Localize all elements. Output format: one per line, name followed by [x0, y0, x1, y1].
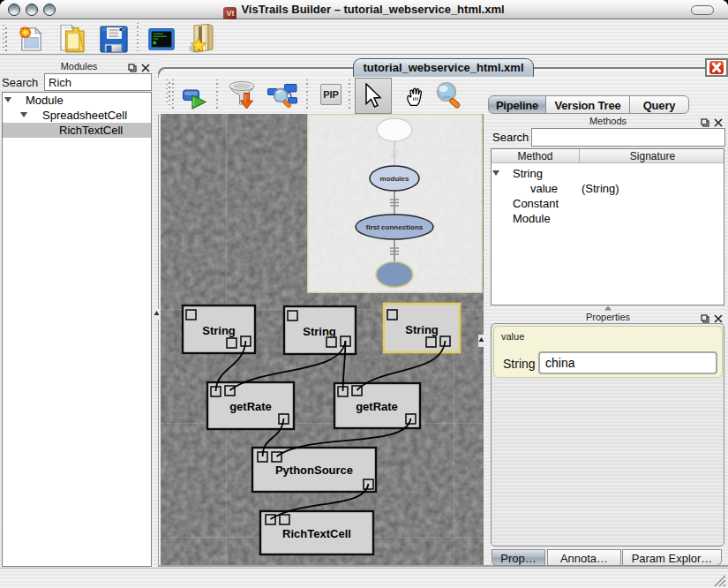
svg-text:String: String — [405, 323, 439, 336]
svg-text:PythonSource: PythonSource — [275, 464, 353, 477]
svg-text:RichTextCell: RichTextCell — [282, 527, 351, 540]
svg-text:first connections: first connections — [366, 223, 424, 231]
svg-text:getRate: getRate — [229, 400, 272, 413]
svg-text:String: String — [303, 325, 336, 338]
svg-text:modules: modules — [380, 175, 409, 183]
svg-text:getRate: getRate — [356, 400, 398, 413]
svg-text:String: String — [202, 324, 236, 337]
